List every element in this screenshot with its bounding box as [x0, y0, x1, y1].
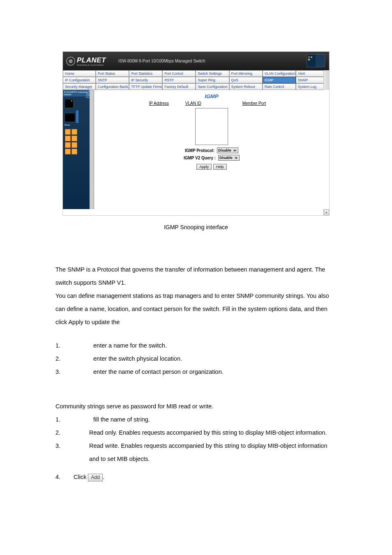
menu-ip-config[interactable]: IP Configuration: [63, 77, 96, 83]
menu-super-ring[interactable]: Super Ring: [196, 77, 229, 83]
menu-qos[interactable]: QoS: [229, 77, 263, 83]
menu-switch-settings[interactable]: Switch Settings: [196, 70, 229, 77]
igmp-v2-query-select[interactable]: Disable: [218, 155, 240, 161]
community-item-3: 3. Read write. Enables requests accompan…: [55, 440, 337, 466]
port-icon: [71, 142, 77, 148]
col-vlan-id: VLAN ID: [185, 101, 201, 106]
snmp-intro-1: The SNMP is a Protocol that governs the …: [55, 263, 337, 290]
main-menu: Home Port Status Port Statistics Port Co…: [63, 70, 329, 90]
snmp-intro-2: You can define management stations as tr…: [55, 290, 337, 329]
menu-sntp[interactable]: SNTP: [96, 77, 129, 83]
menu-vlan-config[interactable]: VLAN Configuration: [263, 70, 296, 77]
reset-label: Reset: [65, 124, 92, 126]
menu-factory-default[interactable]: Factory Default: [162, 83, 196, 90]
menu-port-status[interactable]: Port Status: [96, 70, 129, 77]
device-diagram: PWR R.M PWR1 PWR2 FAULT Reset: [63, 97, 94, 157]
igmp-protocol-label: IGMP Protocol:: [185, 148, 214, 153]
switch-header: PLANET Networking & Communication ISW-80…: [63, 52, 329, 70]
port-icon: [71, 149, 77, 154]
port-icon: [65, 142, 71, 148]
community-item-4: 4. Click Add.: [55, 471, 337, 484]
figure-caption: IGMP Snooping interface: [0, 224, 392, 230]
menu-ip-security[interactable]: IP Security: [129, 77, 162, 83]
panel-title: IGMP: [102, 93, 321, 99]
menu-system-reboot[interactable]: System Reboot: [229, 83, 263, 90]
product-title: ISW-800M 8-Port 10/100Mbps Managed Switc…: [118, 59, 205, 63]
port-icon: [65, 149, 71, 154]
brand-logo: PLANET Networking & Communication: [63, 56, 106, 66]
brand-tagline: Networking & Communication: [77, 64, 106, 66]
menu-save-config[interactable]: Save Configuration: [196, 83, 229, 90]
add-button-graphic: Add: [88, 474, 102, 482]
col-ip-address: IP Address: [149, 101, 169, 106]
vlan-listbox[interactable]: [195, 108, 228, 145]
igmp-protocol-select[interactable]: Disable: [217, 147, 238, 153]
device-sidebar: 8 10/100TX Industrial Switch PWR R.M PWR…: [63, 90, 94, 209]
system-option-2: 2. enter the switch physical location.: [55, 352, 337, 366]
community-item-1: 1. fill the name of string.: [55, 413, 337, 426]
reset-block: [65, 113, 75, 122]
menu-port-control[interactable]: Port Control: [162, 70, 196, 77]
switch-ui-screenshot: ▲ ▼ PLANET Networking & Communication IS…: [62, 51, 330, 216]
apply-button[interactable]: Apply: [196, 164, 212, 170]
menu-port-mirroring[interactable]: Port Mirroring: [229, 70, 263, 77]
help-button[interactable]: Help: [213, 164, 227, 170]
community-intro: Community strings serve as password for …: [55, 400, 337, 413]
click-text-post: .: [103, 474, 104, 480]
col-member-port: Member Port: [242, 101, 266, 106]
status-block: [65, 99, 74, 108]
port-strip-icon: [76, 111, 78, 123]
menu-tftp-update[interactable]: TFTP Update Firmware: [129, 83, 162, 90]
led-icon: [71, 100, 72, 101]
scroll-down-icon[interactable]: ▼: [324, 210, 329, 215]
system-option-1: 1. enter a name for the switch.: [55, 339, 337, 352]
brand-name: PLANET: [77, 56, 106, 64]
menu-home[interactable]: Home: [63, 70, 96, 77]
device-image-icon: [307, 54, 325, 67]
menu-rstp[interactable]: RSTP: [162, 77, 196, 83]
planet-logo-icon: [66, 57, 75, 66]
port-icon: [65, 129, 71, 135]
igmp-v2-query-label: IGMP V2 Query :: [184, 156, 216, 160]
igmp-panel: IGMP IP Address VLAN ID Member Port IGMP…: [94, 90, 329, 209]
menu-rate-control[interactable]: Rate Control: [263, 83, 296, 90]
click-text: Click: [74, 474, 88, 480]
sidebar-scrollbar[interactable]: [90, 90, 94, 209]
port-icon: [65, 136, 71, 141]
document-body: The SNMP is a Protocol that governs the …: [0, 263, 392, 484]
community-item-2: 2. Read only. Enables requests accompani…: [55, 426, 337, 440]
menu-port-statistics[interactable]: Port Statistics: [129, 70, 162, 77]
port-grid: [65, 129, 92, 155]
port-icon: [71, 129, 77, 135]
menu-config-backup[interactable]: Configuration Backup: [96, 83, 129, 90]
system-option-3: 3. enter the name of contact person or o…: [55, 366, 337, 379]
menu-igmp[interactable]: IGMP: [263, 77, 296, 83]
port-icon: [71, 136, 77, 141]
